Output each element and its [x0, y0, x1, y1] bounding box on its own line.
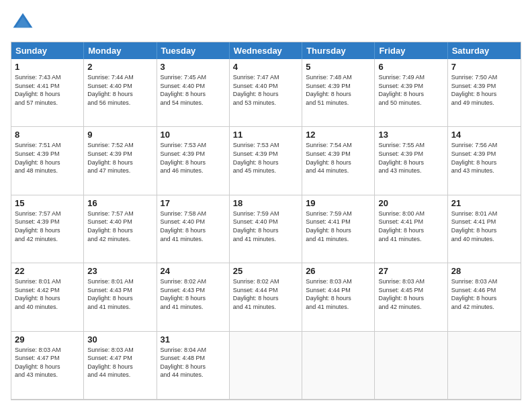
day-number: 25 [233, 266, 298, 276]
day-cell-1: 1Sunrise: 7:43 AMSunset: 4:41 PMDaylight… [11, 59, 84, 127]
day-cell-20: 20Sunrise: 8:00 AMSunset: 4:41 PMDayligh… [375, 195, 447, 263]
day-number: 23 [87, 266, 152, 276]
day-cell-28: 28Sunrise: 8:03 AMSunset: 4:46 PMDayligh… [448, 263, 521, 331]
day-info: Sunrise: 7:59 AMSunset: 4:41 PMDaylight:… [306, 210, 371, 243]
day-cell-27: 27Sunrise: 8:03 AMSunset: 4:45 PMDayligh… [375, 263, 447, 331]
day-cell-31: 31Sunrise: 8:04 AMSunset: 4:48 PMDayligh… [157, 332, 230, 400]
day-info: Sunrise: 7:51 AMSunset: 4:39 PMDaylight:… [15, 141, 80, 175]
day-info: Sunrise: 8:03 AMSunset: 4:44 PMDaylight:… [306, 277, 371, 311]
day-cell-22: 22Sunrise: 8:01 AMSunset: 4:42 PMDayligh… [11, 263, 84, 331]
day-cell-4: 4Sunrise: 7:47 AMSunset: 4:40 PMDaylight… [230, 59, 302, 127]
day-info: Sunrise: 8:03 AMSunset: 4:45 PMDaylight:… [378, 277, 443, 311]
day-cell-2: 2Sunrise: 7:44 AMSunset: 4:40 PMDaylight… [84, 59, 157, 127]
day-number: 2 [87, 62, 152, 72]
day-cell-empty [230, 332, 302, 400]
day-number: 10 [161, 130, 226, 140]
day-number: 21 [451, 198, 517, 208]
day-info: Sunrise: 8:03 AMSunset: 4:46 PMDaylight:… [451, 277, 517, 311]
day-info: Sunrise: 7:50 AMSunset: 4:39 PMDaylight:… [451, 73, 517, 107]
day-info: Sunrise: 7:45 AMSunset: 4:40 PMDaylight:… [161, 73, 226, 107]
day-info: Sunrise: 8:01 AMSunset: 4:42 PMDaylight:… [15, 277, 80, 311]
day-number: 8 [15, 130, 80, 140]
calendar-body: 1Sunrise: 7:43 AMSunset: 4:41 PMDaylight… [11, 59, 521, 400]
day-number: 15 [15, 198, 80, 208]
day-info: Sunrise: 7:43 AMSunset: 4:41 PMDaylight:… [15, 73, 80, 107]
day-number: 31 [161, 334, 226, 345]
day-number: 27 [378, 266, 443, 276]
day-number: 3 [161, 62, 226, 72]
day-cell-18: 18Sunrise: 7:59 AMSunset: 4:40 PMDayligh… [230, 195, 302, 263]
day-info: Sunrise: 7:53 AMSunset: 4:39 PMDaylight:… [161, 141, 226, 175]
day-cell-7: 7Sunrise: 7:50 AMSunset: 4:39 PMDaylight… [448, 59, 521, 127]
day-cell-3: 3Sunrise: 7:45 AMSunset: 4:40 PMDaylight… [157, 59, 230, 127]
calendar: SundayMondayTuesdayWednesdayThursdayFrid… [11, 42, 521, 400]
day-number: 16 [87, 198, 152, 208]
day-info: Sunrise: 8:02 AMSunset: 4:44 PMDaylight:… [233, 277, 298, 311]
day-number: 20 [378, 198, 443, 208]
day-info: Sunrise: 7:59 AMSunset: 4:40 PMDaylight:… [233, 210, 298, 243]
day-header-monday: Monday [84, 42, 157, 59]
day-info: Sunrise: 7:44 AMSunset: 4:40 PMDaylight:… [87, 73, 152, 107]
day-number: 9 [87, 130, 152, 140]
day-header-saturday: Saturday [448, 42, 521, 59]
day-info: Sunrise: 7:52 AMSunset: 4:39 PMDaylight:… [87, 141, 152, 175]
day-cell-10: 10Sunrise: 7:53 AMSunset: 4:39 PMDayligh… [157, 127, 230, 195]
day-cell-empty [448, 332, 521, 400]
day-number: 24 [161, 266, 226, 276]
day-number: 5 [306, 62, 371, 72]
day-info: Sunrise: 8:01 AMSunset: 4:41 PMDaylight:… [451, 210, 517, 243]
day-number: 12 [306, 130, 371, 140]
day-number: 30 [87, 334, 152, 345]
day-number: 22 [15, 266, 80, 276]
day-cell-empty [375, 332, 447, 400]
day-info: Sunrise: 7:57 AMSunset: 4:40 PMDaylight:… [87, 210, 152, 243]
day-info: Sunrise: 8:02 AMSunset: 4:43 PMDaylight:… [161, 277, 226, 311]
day-info: Sunrise: 7:56 AMSunset: 4:39 PMDaylight:… [451, 141, 517, 175]
day-number: 13 [378, 130, 443, 140]
day-number: 4 [233, 62, 298, 72]
day-cell-8: 8Sunrise: 7:51 AMSunset: 4:39 PMDaylight… [11, 127, 84, 195]
day-number: 6 [378, 62, 443, 72]
day-header-wednesday: Wednesday [230, 42, 302, 59]
day-info: Sunrise: 8:01 AMSunset: 4:43 PMDaylight:… [87, 277, 152, 311]
day-number: 18 [233, 198, 298, 208]
day-number: 29 [15, 334, 80, 345]
day-cell-17: 17Sunrise: 7:58 AMSunset: 4:40 PMDayligh… [157, 195, 230, 263]
day-number: 28 [451, 266, 517, 276]
day-number: 19 [306, 198, 371, 208]
day-info: Sunrise: 7:49 AMSunset: 4:39 PMDaylight:… [378, 73, 443, 107]
day-cell-14: 14Sunrise: 7:56 AMSunset: 4:39 PMDayligh… [448, 127, 521, 195]
day-cell-6: 6Sunrise: 7:49 AMSunset: 4:39 PMDaylight… [375, 59, 447, 127]
day-cell-25: 25Sunrise: 8:02 AMSunset: 4:44 PMDayligh… [230, 263, 302, 331]
day-info: Sunrise: 8:03 AMSunset: 4:47 PMDaylight:… [15, 346, 80, 379]
day-cell-11: 11Sunrise: 7:53 AMSunset: 4:39 PMDayligh… [230, 127, 302, 195]
day-info: Sunrise: 8:04 AMSunset: 4:48 PMDaylight:… [161, 346, 226, 379]
day-number: 26 [306, 266, 371, 276]
day-info: Sunrise: 7:48 AMSunset: 4:39 PMDaylight:… [306, 73, 371, 107]
day-cell-21: 21Sunrise: 8:01 AMSunset: 4:41 PMDayligh… [448, 195, 521, 263]
day-cell-12: 12Sunrise: 7:54 AMSunset: 4:39 PMDayligh… [302, 127, 375, 195]
day-number: 17 [161, 198, 226, 208]
day-header-sunday: Sunday [11, 42, 84, 59]
day-info: Sunrise: 7:58 AMSunset: 4:40 PMDaylight:… [161, 210, 226, 243]
day-info: Sunrise: 8:00 AMSunset: 4:41 PMDaylight:… [378, 210, 443, 243]
day-cell-19: 19Sunrise: 7:59 AMSunset: 4:41 PMDayligh… [302, 195, 375, 263]
day-cell-24: 24Sunrise: 8:02 AMSunset: 4:43 PMDayligh… [157, 263, 230, 331]
day-cell-16: 16Sunrise: 7:57 AMSunset: 4:40 PMDayligh… [84, 195, 157, 263]
day-info: Sunrise: 7:47 AMSunset: 4:40 PMDaylight:… [233, 73, 298, 107]
day-number: 1 [15, 62, 80, 72]
day-cell-29: 29Sunrise: 8:03 AMSunset: 4:47 PMDayligh… [11, 332, 84, 400]
day-info: Sunrise: 7:53 AMSunset: 4:39 PMDaylight:… [233, 141, 298, 175]
day-info: Sunrise: 8:03 AMSunset: 4:47 PMDaylight:… [87, 346, 152, 379]
day-cell-23: 23Sunrise: 8:01 AMSunset: 4:43 PMDayligh… [84, 263, 157, 331]
logo-icon [11, 11, 35, 35]
day-cell-9: 9Sunrise: 7:52 AMSunset: 4:39 PMDaylight… [84, 127, 157, 195]
day-info: Sunrise: 7:57 AMSunset: 4:39 PMDaylight:… [15, 210, 80, 243]
day-cell-5: 5Sunrise: 7:48 AMSunset: 4:39 PMDaylight… [302, 59, 375, 127]
day-cell-13: 13Sunrise: 7:55 AMSunset: 4:39 PMDayligh… [375, 127, 447, 195]
day-number: 7 [451, 62, 517, 72]
day-cell-26: 26Sunrise: 8:03 AMSunset: 4:44 PMDayligh… [302, 263, 375, 331]
page: SundayMondayTuesdayWednesdayThursdayFrid… [0, 0, 532, 411]
day-cell-30: 30Sunrise: 8:03 AMSunset: 4:47 PMDayligh… [84, 332, 157, 400]
day-number: 11 [233, 130, 298, 140]
